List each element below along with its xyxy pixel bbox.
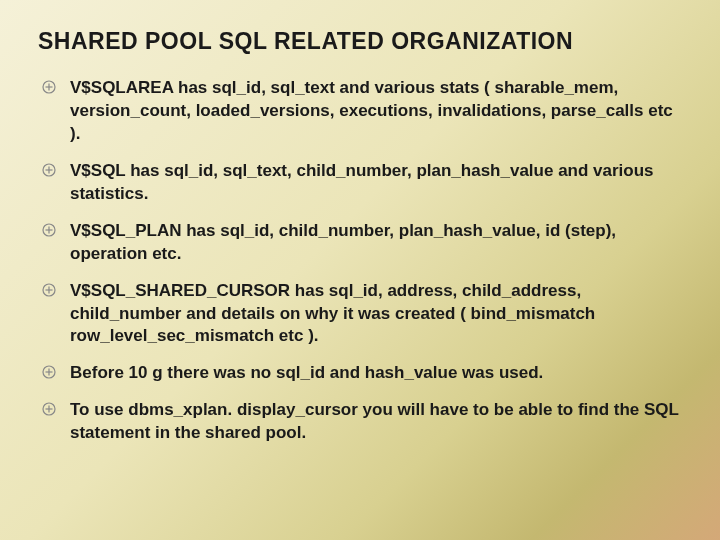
circle-plus-icon — [42, 283, 56, 297]
bullet-text: V$SQLAREA has sql_id, sql_text and vario… — [70, 77, 682, 146]
bullet-text: V$SQL_SHARED_CURSOR has sql_id, address,… — [70, 280, 682, 349]
list-item: V$SQLAREA has sql_id, sql_text and vario… — [38, 77, 682, 146]
list-item: To use dbms_xplan. display_cursor you wi… — [38, 399, 682, 445]
circle-plus-icon — [42, 365, 56, 379]
bullet-list: V$SQLAREA has sql_id, sql_text and vario… — [38, 77, 682, 445]
bullet-text: V$SQL_PLAN has sql_id, child_number, pla… — [70, 220, 682, 266]
circle-plus-icon — [42, 223, 56, 237]
bullet-text: V$SQL has sql_id, sql_text, child_number… — [70, 160, 682, 206]
circle-plus-icon — [42, 402, 56, 416]
bullet-text: To use dbms_xplan. display_cursor you wi… — [70, 399, 682, 445]
list-item: V$SQL_SHARED_CURSOR has sql_id, address,… — [38, 280, 682, 349]
slide-title: SHARED POOL SQL RELATED ORGANIZATION — [38, 28, 682, 55]
list-item: V$SQL has sql_id, sql_text, child_number… — [38, 160, 682, 206]
circle-plus-icon — [42, 80, 56, 94]
list-item: V$SQL_PLAN has sql_id, child_number, pla… — [38, 220, 682, 266]
circle-plus-icon — [42, 163, 56, 177]
bullet-text: Before 10 g there was no sql_id and hash… — [70, 362, 543, 385]
list-item: Before 10 g there was no sql_id and hash… — [38, 362, 682, 385]
slide-container: SHARED POOL SQL RELATED ORGANIZATION V$S… — [0, 0, 720, 479]
